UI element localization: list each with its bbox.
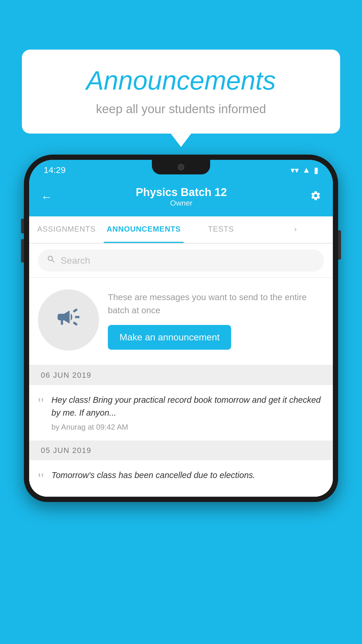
tabs-container: ASSIGNMENTS ANNOUNCEMENTS TESTS › <box>29 216 333 244</box>
empty-state: These are messages you want to send to t… <box>29 278 333 365</box>
announcement-item[interactable]: " Hey class! Bring your practical record… <box>29 385 333 441</box>
announcement-text-2: Tomorrow's class has been cancelled due … <box>52 469 324 485</box>
bubble-subtitle: keep all your students informed <box>39 102 323 116</box>
wifi-icon: ▾▾ <box>291 165 299 175</box>
megaphone-icon <box>55 304 82 336</box>
search-icon <box>47 255 56 266</box>
settings-button[interactable] <box>310 190 321 204</box>
status-time: 14:29 <box>44 165 66 175</box>
back-button[interactable]: ← <box>41 190 52 204</box>
volume-down-button[interactable] <box>21 239 24 262</box>
quote-icon-2: " <box>38 471 44 488</box>
search-bar: Search <box>29 244 333 278</box>
tab-assignments[interactable]: ASSIGNMENTS <box>29 216 104 243</box>
battery-icon: ▮ <box>314 165 318 175</box>
announcement-message: Hey class! Bring your practical record b… <box>52 394 324 419</box>
signal-icon: ▲ <box>302 165 310 175</box>
phone-screen: 14:29 ▾▾ ▲ ▮ ← Physics Batch 12 Owner <box>29 160 333 497</box>
volume-up-button[interactable] <box>21 219 24 233</box>
announcement-text: Hey class! Bring your practical record b… <box>52 394 324 432</box>
tab-tests[interactable]: TESTS <box>184 216 258 243</box>
search-placeholder-text: Search <box>61 255 90 266</box>
batch-title: Physics Batch 12 <box>136 186 227 199</box>
power-button[interactable] <box>338 230 341 260</box>
phone-wrapper: 14:29 ▾▾ ▲ ▮ ← Physics Batch 12 Owner <box>24 155 338 644</box>
announcement-author: by Anurag at 09:42 AM <box>52 423 324 432</box>
search-input-wrapper[interactable]: Search <box>38 249 324 272</box>
tab-announcements[interactable]: ANNOUNCEMENTS <box>104 216 184 243</box>
batch-role: Owner <box>136 199 227 208</box>
speech-bubble: Announcements keep all your students inf… <box>22 50 340 134</box>
speech-bubble-container: Announcements keep all your students inf… <box>22 50 340 134</box>
quote-icon: " <box>38 396 44 412</box>
date-separator-june06: 06 JUN 2019 <box>29 365 333 385</box>
header-center: Physics Batch 12 Owner <box>136 186 227 208</box>
phone-outer: 14:29 ▾▾ ▲ ▮ ← Physics Batch 12 Owner <box>24 155 338 502</box>
empty-state-description: These are messages you want to send to t… <box>108 290 324 317</box>
bubble-title: Announcements <box>39 66 323 96</box>
make-announcement-button[interactable]: Make an announcement <box>108 325 231 350</box>
empty-state-content: These are messages you want to send to t… <box>108 290 324 350</box>
megaphone-circle <box>38 289 99 351</box>
announcement-message-2: Tomorrow's class has been cancelled due … <box>52 469 324 482</box>
front-camera <box>178 164 184 170</box>
date-separator-june05: 05 JUN 2019 <box>29 441 333 460</box>
announcement-item-2[interactable]: " Tomorrow's class has been cancelled du… <box>29 460 333 497</box>
tab-more[interactable]: › <box>258 216 333 243</box>
status-icons: ▾▾ ▲ ▮ <box>291 165 318 175</box>
app-header: ← Physics Batch 12 Owner <box>29 180 333 216</box>
phone-notch <box>152 160 210 174</box>
